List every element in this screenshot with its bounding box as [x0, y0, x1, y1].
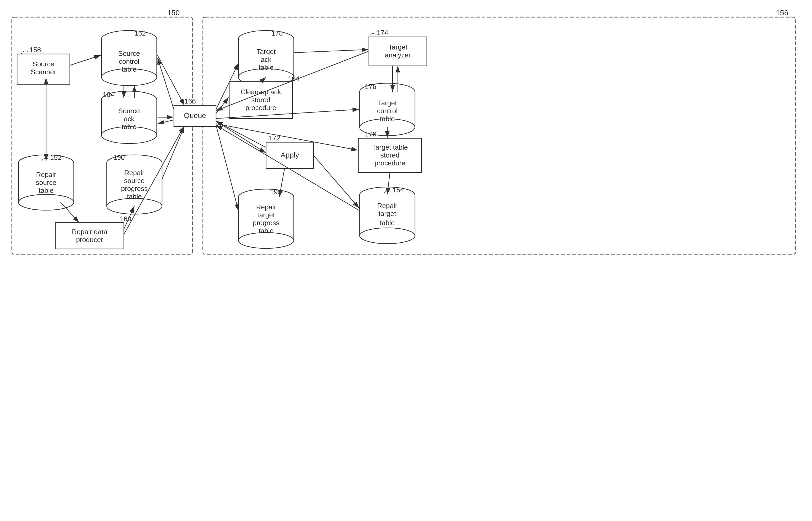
svg-point-76: [360, 119, 415, 136]
svg-line-121: [216, 97, 229, 113]
svg-text:152: 152: [50, 154, 61, 161]
svg-text:table: table: [259, 227, 273, 235]
svg-text:control: control: [377, 107, 398, 115]
svg-text:ack: ack: [261, 55, 272, 64]
svg-line-120: [216, 63, 239, 109]
svg-text:190: 190: [113, 154, 125, 161]
svg-text:target: target: [257, 211, 275, 219]
svg-text:Target: Target: [378, 99, 397, 107]
svg-text:table: table: [380, 219, 395, 227]
arrows-svg: 150 156 Source Scanner 158 Source contro…: [0, 0, 812, 521]
svg-point-72: [360, 83, 415, 100]
svg-point-89: [239, 189, 294, 205]
svg-text:158: 158: [29, 46, 41, 54]
svg-line-116: [124, 206, 134, 229]
svg-line-124: [216, 124, 358, 150]
svg-text:stored: stored: [380, 151, 400, 159]
svg-text:Apply: Apply: [280, 151, 299, 159]
svg-line-122: [216, 109, 359, 118]
svg-text:176: 176: [365, 130, 376, 138]
svg-point-32: [19, 195, 74, 210]
svg-line-119: [158, 58, 174, 109]
svg-line-133: [387, 173, 390, 195]
svg-line-108: [70, 55, 100, 65]
diagram: 150 156 Source Scanner 158 Source contro…: [0, 0, 812, 521]
svg-line-127: [261, 77, 266, 82]
svg-text:table: table: [122, 123, 136, 131]
svg-line-126: [216, 121, 266, 148]
svg-line-136: [216, 51, 368, 111]
svg-text:Target: Target: [388, 43, 408, 51]
svg-text:Repair: Repair: [36, 171, 57, 179]
svg-rect-73: [360, 92, 415, 127]
svg-text:150: 150: [167, 9, 180, 17]
svg-text:192: 192: [270, 188, 281, 196]
svg-text:table: table: [39, 186, 53, 195]
svg-line-117: [162, 127, 184, 179]
svg-line-118: [124, 127, 184, 234]
svg-line-135: [216, 125, 360, 211]
svg-point-54: [239, 30, 294, 47]
svg-text:164: 164: [103, 91, 114, 98]
svg-text:stored: stored: [251, 96, 270, 104]
svg-point-37: [107, 155, 162, 171]
svg-rect-11: [102, 39, 157, 77]
svg-text:178: 178: [271, 29, 283, 37]
svg-point-41: [107, 198, 162, 214]
svg-text:control: control: [119, 58, 139, 65]
svg-rect-4: [203, 17, 796, 254]
svg-text:target: target: [379, 210, 396, 218]
svg-text:procedure: procedure: [245, 104, 276, 112]
svg-text:154: 154: [392, 186, 404, 194]
svg-text:table: table: [259, 64, 273, 71]
svg-text:Repair data: Repair data: [72, 228, 108, 236]
svg-text:174: 174: [377, 29, 388, 37]
svg-rect-55: [239, 39, 294, 77]
svg-line-113: [158, 55, 184, 105]
svg-line-132: [314, 155, 359, 208]
svg-point-19: [102, 91, 157, 108]
svg-text:table: table: [380, 115, 395, 123]
svg-text:194: 194: [288, 75, 299, 83]
svg-text:172: 172: [269, 134, 280, 142]
svg-rect-81: [266, 142, 314, 168]
svg-text:Clean-up ack: Clean-up ack: [241, 88, 281, 96]
svg-rect-63: [229, 82, 292, 118]
svg-text:Target: Target: [256, 48, 276, 55]
svg-text:160: 160: [120, 215, 131, 223]
svg-point-99: [360, 187, 415, 203]
svg-line-114: [158, 120, 174, 124]
svg-text:Target table: Target table: [372, 143, 408, 151]
svg-point-23: [102, 127, 157, 143]
svg-text:162: 162: [134, 29, 146, 37]
svg-rect-2: [12, 17, 192, 254]
svg-line-115: [61, 202, 79, 223]
svg-text:source: source: [124, 177, 145, 185]
svg-text:table: table: [122, 65, 136, 73]
svg-line-128: [294, 49, 368, 53]
svg-text:procedure: procedure: [375, 159, 405, 167]
svg-text:progress: progress: [121, 185, 148, 192]
svg-text:Repair: Repair: [256, 203, 276, 211]
svg-line-123: [216, 121, 266, 153]
svg-text:176: 176: [365, 83, 376, 91]
svg-point-93: [239, 232, 294, 248]
svg-text:Source: Source: [118, 107, 140, 115]
svg-text:Repair: Repair: [125, 169, 145, 177]
svg-line-125: [216, 125, 239, 211]
svg-text:producer: producer: [76, 236, 103, 244]
svg-text:Source: Source: [118, 49, 140, 58]
svg-point-58: [239, 69, 294, 86]
svg-text:ack: ack: [124, 115, 135, 123]
svg-rect-100: [360, 195, 415, 236]
svg-text:166: 166: [184, 97, 196, 105]
svg-text:table: table: [127, 192, 142, 200]
svg-text:Scanner: Scanner: [31, 68, 57, 76]
svg-rect-51: [174, 105, 216, 127]
svg-rect-29: [19, 163, 74, 202]
svg-text:Source: Source: [33, 60, 54, 68]
svg-rect-68: [369, 37, 427, 66]
svg-point-14: [102, 69, 157, 86]
svg-rect-6: [17, 54, 70, 84]
svg-text:source: source: [36, 179, 57, 186]
